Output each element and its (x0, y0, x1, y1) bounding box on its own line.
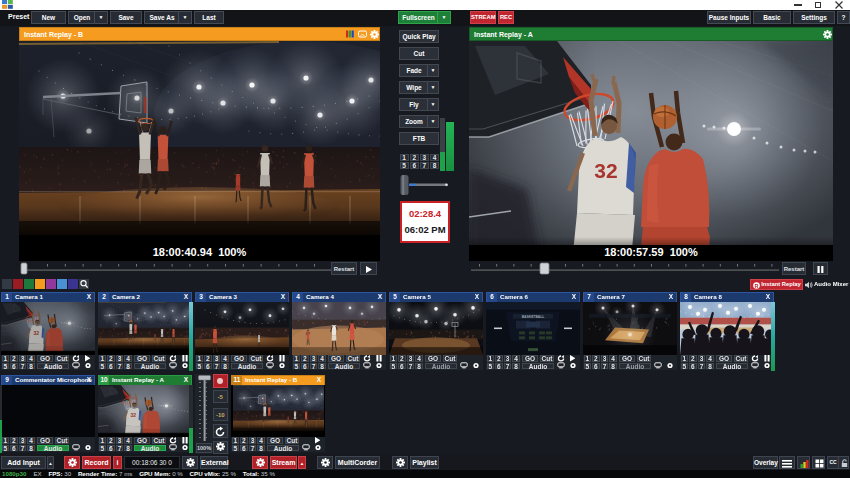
svg-text:32: 32 (594, 159, 617, 182)
svg-text:BASKETBALL: BASKETBALL (522, 314, 545, 318)
svg-text:R: R (754, 282, 758, 288)
